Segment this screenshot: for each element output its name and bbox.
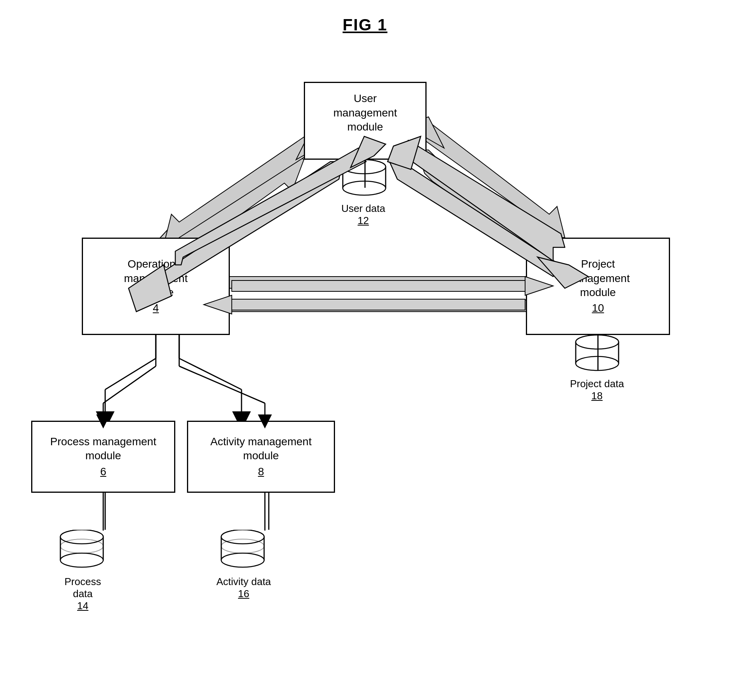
svg-point-48 bbox=[221, 530, 264, 544]
arrow-operational-to-activity bbox=[179, 335, 242, 421]
activity-data-db bbox=[217, 530, 268, 574]
svg-point-34 bbox=[576, 356, 619, 370]
arrow-operational-to-process bbox=[105, 335, 156, 421]
svg-marker-4 bbox=[164, 134, 316, 245]
svg-marker-10 bbox=[212, 277, 530, 288]
svg-point-29 bbox=[343, 160, 386, 174]
project-data-db bbox=[572, 335, 622, 376]
svg-marker-12 bbox=[212, 300, 530, 312]
project-data-label: Project data 18 bbox=[569, 378, 625, 402]
operational-management-module: Operationalmanagementmodule 4 bbox=[82, 238, 230, 335]
user-module-label: Usermanagementmodule bbox=[333, 92, 397, 134]
svg-point-47 bbox=[221, 553, 264, 567]
activity-module-num: 8 bbox=[258, 465, 264, 479]
svg-point-41 bbox=[60, 530, 103, 544]
process-data-db bbox=[56, 530, 107, 574]
svg-marker-8 bbox=[425, 125, 565, 238]
diagram: Usermanagementmodule 2 User data 12 Oper… bbox=[0, 39, 730, 700]
activity-module-label: Activity managementmodule bbox=[210, 435, 312, 463]
user-data-label: User data 12 bbox=[337, 203, 390, 227]
svg-point-35 bbox=[576, 335, 619, 349]
activity-data-label: Activity data 16 bbox=[215, 576, 272, 600]
user-module-num: 2 bbox=[362, 136, 369, 150]
page-title: FIG 1 bbox=[0, 0, 730, 34]
process-data-label: Process data 14 bbox=[55, 576, 111, 612]
project-module-label: Projectmanagementmodule bbox=[566, 257, 629, 300]
svg-point-28 bbox=[343, 181, 386, 195]
activity-management-module: Activity managementmodule 8 bbox=[187, 421, 335, 493]
user-data-db bbox=[339, 160, 390, 200]
operational-module-num: 4 bbox=[153, 301, 159, 315]
svg-line-18 bbox=[179, 358, 242, 390]
svg-line-15 bbox=[105, 358, 156, 390]
process-module-label: Process managementmodule bbox=[50, 435, 156, 463]
arrow-project-to-user bbox=[405, 117, 565, 238]
svg-point-40 bbox=[60, 553, 103, 567]
user-management-module: Usermanagementmodule 2 bbox=[304, 82, 427, 160]
arrow-operational-project-right bbox=[189, 271, 553, 317]
process-module-num: 6 bbox=[100, 465, 106, 479]
process-management-module: Process managementmodule 6 bbox=[31, 421, 175, 493]
operational-module-label: Operationalmanagementmodule bbox=[124, 257, 187, 300]
project-module-num: 10 bbox=[592, 301, 604, 315]
project-management-module: Projectmanagementmodule 10 bbox=[526, 238, 670, 335]
